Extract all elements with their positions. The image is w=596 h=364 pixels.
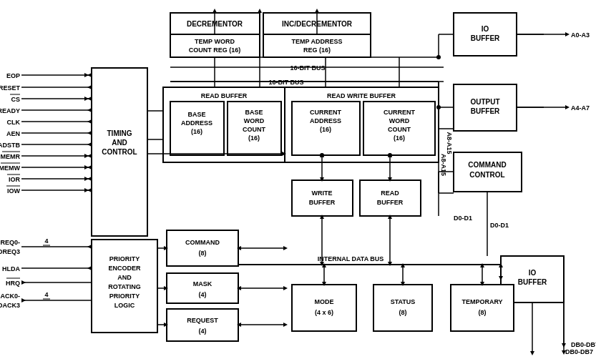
svg-text:PRIORITY: PRIORITY xyxy=(109,255,140,262)
svg-text:ADDRESS: ADDRESS xyxy=(181,119,212,127)
diagram-container: TIMING AND CONTROL DECREMENTOR TEMP WORD… xyxy=(0,0,596,364)
svg-text:BUFFER: BUFFER xyxy=(309,199,336,206)
svg-text:OUTPUT: OUTPUT xyxy=(470,98,499,106)
svg-text:IO: IO xyxy=(482,25,489,33)
svg-text:LOGIC: LOGIC xyxy=(114,302,135,309)
svg-text:CONTROL: CONTROL xyxy=(102,148,137,156)
svg-text:16-BIT BUS: 16-BIT BUS xyxy=(268,79,303,86)
svg-text:AND: AND xyxy=(117,274,132,281)
svg-text:WORD: WORD xyxy=(389,117,410,124)
svg-point-234 xyxy=(320,153,324,157)
svg-text:CONTROL: CONTROL xyxy=(469,171,504,179)
svg-text:TEMPORARY: TEMPORARY xyxy=(461,298,502,305)
svg-text:ADSTB: ADSTB xyxy=(0,142,20,149)
svg-point-237 xyxy=(436,55,441,59)
svg-text:CURRENT: CURRENT xyxy=(310,109,342,116)
svg-text:4: 4 xyxy=(44,291,48,298)
svg-text:(8): (8) xyxy=(199,250,207,257)
svg-text:(8): (8) xyxy=(399,309,407,316)
svg-rect-74 xyxy=(167,309,238,341)
svg-text:WRITE: WRITE xyxy=(312,190,333,197)
svg-text:ROTATING: ROTATING xyxy=(108,283,141,290)
svg-text:PRIORITY: PRIORITY xyxy=(109,292,140,300)
svg-text:HRQ: HRQ xyxy=(6,280,20,287)
svg-text:CS: CS xyxy=(11,96,20,103)
svg-text:ENCODER: ENCODER xyxy=(108,265,141,272)
svg-text:REG (16): REG (16) xyxy=(303,46,331,54)
svg-text:BUFFER: BUFFER xyxy=(471,34,500,42)
svg-rect-68 xyxy=(167,230,238,266)
svg-text:HLDA: HLDA xyxy=(2,265,20,272)
svg-text:DACK0-: DACK0- xyxy=(0,292,20,300)
svg-text:MASK: MASK xyxy=(193,280,212,287)
svg-text:4: 4 xyxy=(44,237,48,245)
svg-text:MEMW: MEMW xyxy=(0,164,20,172)
svg-text:READ BUFFER: READ BUFFER xyxy=(201,92,248,99)
svg-text:BASE: BASE xyxy=(245,109,263,116)
svg-text:A8-A15: A8-A15 xyxy=(440,154,447,176)
svg-text:AND: AND xyxy=(112,139,127,147)
svg-text:STATUS: STATUS xyxy=(391,298,416,305)
svg-text:IO: IO xyxy=(529,269,537,277)
svg-text:IOW: IOW xyxy=(7,187,21,195)
svg-text:COUNT: COUNT xyxy=(388,126,411,133)
svg-text:READ WRITE BUFFER: READ WRITE BUFFER xyxy=(327,92,396,99)
svg-text:TIMING: TIMING xyxy=(107,129,132,137)
svg-text:CLK: CLK xyxy=(7,119,21,126)
svg-text:COMMAND: COMMAND xyxy=(185,239,220,246)
svg-text:D0-D1: D0-D1 xyxy=(454,215,472,222)
svg-text:CURRENT: CURRENT xyxy=(384,109,416,116)
svg-text:(8): (8) xyxy=(479,309,487,316)
svg-text:IOR: IOR xyxy=(9,176,21,183)
svg-text:TEMP ADDRESS: TEMP ADDRESS xyxy=(291,38,342,45)
svg-text:EOP: EOP xyxy=(6,72,20,79)
svg-text:BUFFER: BUFFER xyxy=(377,199,404,206)
svg-text:MEMR: MEMR xyxy=(1,153,21,160)
svg-text:(16): (16) xyxy=(191,128,202,135)
svg-text:COMMAND: COMMAND xyxy=(468,161,506,169)
svg-text:16-BIT BUS: 16-BIT BUS xyxy=(290,64,325,72)
svg-text:(16): (16) xyxy=(248,134,260,142)
svg-text:A0-A3: A0-A3 xyxy=(571,31,590,39)
svg-point-235 xyxy=(388,153,392,157)
svg-text:A4-A7: A4-A7 xyxy=(571,104,590,112)
svg-rect-53 xyxy=(360,180,421,216)
svg-text:DB0-DB7: DB0-DB7 xyxy=(571,341,596,348)
svg-text:REQUEST: REQUEST xyxy=(187,317,218,324)
svg-rect-50 xyxy=(292,180,353,216)
svg-text:AEN: AEN xyxy=(6,130,20,137)
svg-text:COUNT REG (16): COUNT REG (16) xyxy=(189,46,241,54)
svg-text:D0-D1: D0-D1 xyxy=(490,222,509,229)
svg-text:COUNT: COUNT xyxy=(243,126,265,133)
svg-rect-83 xyxy=(451,285,514,331)
svg-text:ADDRESS: ADDRESS xyxy=(310,117,341,124)
svg-text:INTERNAL DATA BUS: INTERNAL DATA BUS xyxy=(318,255,384,262)
svg-rect-77 xyxy=(292,285,356,331)
svg-text:(4 x 6): (4 x 6) xyxy=(315,309,333,316)
svg-text:(4): (4) xyxy=(199,328,207,335)
svg-text:(16): (16) xyxy=(394,134,405,142)
svg-text:(16): (16) xyxy=(320,126,331,133)
svg-text:A8-A15: A8-A15 xyxy=(446,132,453,154)
svg-rect-71 xyxy=(167,273,238,303)
diagram-svg: TIMING AND CONTROL DECREMENTOR TEMP WORD… xyxy=(0,0,596,364)
svg-text:READ: READ xyxy=(381,190,399,197)
svg-text:READY: READY xyxy=(0,107,20,114)
svg-point-236 xyxy=(436,105,441,109)
svg-text:DB0-DB7: DB0-DB7 xyxy=(565,348,593,355)
svg-text:BUFFER: BUFFER xyxy=(471,107,500,115)
svg-text:DREQ0-: DREQ0- xyxy=(0,239,20,246)
svg-text:DREQ3: DREQ3 xyxy=(0,248,20,255)
svg-text:WORD: WORD xyxy=(244,117,265,124)
svg-text:RESET: RESET xyxy=(0,84,20,92)
svg-text:MODE: MODE xyxy=(315,298,334,305)
svg-rect-80 xyxy=(373,285,432,331)
svg-text:BASE: BASE xyxy=(187,111,205,118)
svg-text:TEMP WORD: TEMP WORD xyxy=(195,38,235,45)
svg-text:BUFFER: BUFFER xyxy=(518,278,547,286)
svg-text:(4): (4) xyxy=(199,291,207,298)
svg-text:DACK3: DACK3 xyxy=(0,302,20,309)
